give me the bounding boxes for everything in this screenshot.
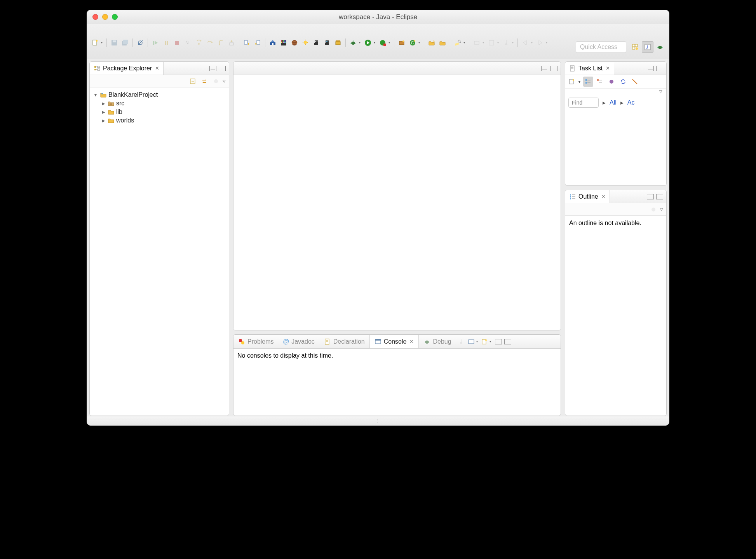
toggle2-icon[interactable] <box>486 38 496 48</box>
close-tab-icon[interactable]: ✕ <box>606 65 610 71</box>
debug-icon[interactable] <box>348 38 358 48</box>
lib-node[interactable]: ▶ lib <box>92 108 226 116</box>
skip-breakpoints-icon[interactable] <box>135 38 145 48</box>
problems-tab[interactable]: Problems <box>233 335 279 348</box>
focus-workweek-icon[interactable] <box>606 77 617 87</box>
javadoc-tab[interactable]: @ Javadoc <box>279 335 319 348</box>
chevron-right-icon[interactable]: ▶ <box>620 101 624 105</box>
robot1-icon[interactable] <box>311 38 321 48</box>
terminate-icon[interactable] <box>172 38 182 48</box>
prev-annotation-icon[interactable] <box>253 38 263 48</box>
dropdown-icon[interactable]: ▾ <box>489 340 493 343</box>
minimize-window-button[interactable] <box>102 14 108 20</box>
editor-body[interactable] <box>233 75 561 330</box>
new-package-icon[interactable] <box>397 38 407 48</box>
all-link[interactable]: All <box>610 99 617 106</box>
device-icon[interactable] <box>333 38 343 48</box>
close-tab-icon[interactable]: ✕ <box>155 65 159 71</box>
save-icon[interactable] <box>109 38 119 48</box>
world-icon[interactable] <box>289 38 300 48</box>
dropdown-icon[interactable]: ▾ <box>101 41 104 44</box>
project-node[interactable]: ▼ BlankKarelProject <box>92 91 226 99</box>
view-menu-icon[interactable]: ▽ <box>659 89 662 94</box>
suspend-icon[interactable] <box>161 38 171 48</box>
expand-arrow-icon[interactable]: ▶ <box>101 101 106 106</box>
dropdown-icon[interactable]: ▾ <box>512 41 515 44</box>
close-window-button[interactable] <box>92 14 98 20</box>
dropdown-icon[interactable]: ▾ <box>546 41 549 44</box>
step-over-icon[interactable] <box>205 38 215 48</box>
step-return-icon[interactable] <box>216 38 226 48</box>
categorized-icon[interactable] <box>583 77 593 87</box>
chevron-right-icon[interactable]: ▶ <box>603 101 606 105</box>
run-icon[interactable] <box>363 38 373 48</box>
activate-link[interactable]: Ac <box>627 99 635 106</box>
zoom-window-button[interactable] <box>112 14 118 20</box>
dropdown-icon[interactable]: ▾ <box>374 41 377 44</box>
java-perspective-icon[interactable]: J <box>642 41 653 53</box>
expand-arrow-icon[interactable]: ▶ <box>101 110 106 115</box>
dropdown-icon[interactable]: ▾ <box>483 41 486 44</box>
task-list-tab[interactable]: Task List ✕ <box>565 62 614 75</box>
next-annotation-icon[interactable] <box>242 38 252 48</box>
maximize-view-icon[interactable] <box>550 66 557 71</box>
minimize-view-icon[interactable] <box>647 66 654 71</box>
open-folder-icon[interactable] <box>437 38 448 48</box>
minimize-view-icon[interactable] <box>495 339 502 344</box>
new-wizard-icon[interactable] <box>90 38 100 48</box>
pin-console-icon[interactable] <box>456 337 466 347</box>
synchronize-icon[interactable] <box>618 77 628 87</box>
hide-icon[interactable] <box>630 77 640 87</box>
pin-icon[interactable] <box>501 38 511 48</box>
src-node[interactable]: ▶ src <box>92 99 226 108</box>
coverage-icon[interactable] <box>378 38 388 48</box>
new-task-icon[interactable] <box>567 77 577 87</box>
back-icon[interactable] <box>520 38 530 48</box>
minimize-view-icon[interactable] <box>541 66 548 71</box>
save-all-icon[interactable] <box>120 38 130 48</box>
collapse-all-icon[interactable] <box>188 76 198 86</box>
expand-arrow-icon[interactable]: ▼ <box>93 93 98 97</box>
dropdown-icon[interactable]: ▾ <box>388 41 392 44</box>
forward-icon[interactable] <box>535 38 545 48</box>
dropdown-icon[interactable]: ▾ <box>531 41 534 44</box>
minimize-view-icon[interactable] <box>647 194 654 199</box>
open-project-icon[interactable] <box>427 38 437 48</box>
minimize-view-icon[interactable] <box>209 66 216 71</box>
robot2-icon[interactable] <box>322 38 332 48</box>
task-find-input[interactable] <box>568 98 599 108</box>
debug-tab[interactable]: Debug <box>419 335 456 348</box>
drop-to-frame-icon[interactable] <box>226 38 237 48</box>
link-editor-icon[interactable] <box>199 76 209 86</box>
dropdown-icon[interactable]: ▾ <box>463 41 467 44</box>
close-tab-icon[interactable]: ✕ <box>409 339 414 344</box>
search-icon[interactable] <box>453 38 463 48</box>
close-tab-icon[interactable]: ✕ <box>601 194 606 199</box>
toggle-icon[interactable] <box>472 38 482 48</box>
focus-task-icon[interactable] <box>648 204 658 215</box>
debug-perspective-icon[interactable] <box>654 41 666 53</box>
focus-task-icon[interactable] <box>211 76 221 86</box>
view-menu-icon[interactable]: ▽ <box>223 79 226 83</box>
open-perspective-icon[interactable] <box>629 41 641 53</box>
dropdown-icon[interactable]: ▾ <box>418 41 422 44</box>
light-icon[interactable] <box>300 38 310 48</box>
maximize-view-icon[interactable] <box>504 339 511 344</box>
display-console-icon[interactable] <box>466 337 476 347</box>
dropdown-icon[interactable]: ▾ <box>476 340 479 343</box>
grid-icon[interactable] <box>279 38 289 48</box>
scheduled-icon[interactable] <box>595 77 605 87</box>
dropdown-icon[interactable]: ▾ <box>359 41 362 44</box>
step-into-icon[interactable] <box>194 38 204 48</box>
declaration-tab[interactable]: Declaration <box>319 335 369 348</box>
quick-access-input[interactable]: Quick Access <box>576 41 626 53</box>
outline-tab[interactable]: Outline ✕ <box>565 190 610 203</box>
console-tab[interactable]: Console ✕ <box>369 335 419 348</box>
dropdown-icon[interactable]: ▾ <box>578 80 582 84</box>
maximize-view-icon[interactable] <box>656 66 663 71</box>
view-menu-icon[interactable]: ▽ <box>660 207 663 211</box>
open-console-icon[interactable] <box>479 337 489 347</box>
build-icon[interactable] <box>268 38 278 48</box>
expand-arrow-icon[interactable]: ▶ <box>101 118 106 123</box>
disconnect-icon[interactable]: N <box>183 38 193 48</box>
